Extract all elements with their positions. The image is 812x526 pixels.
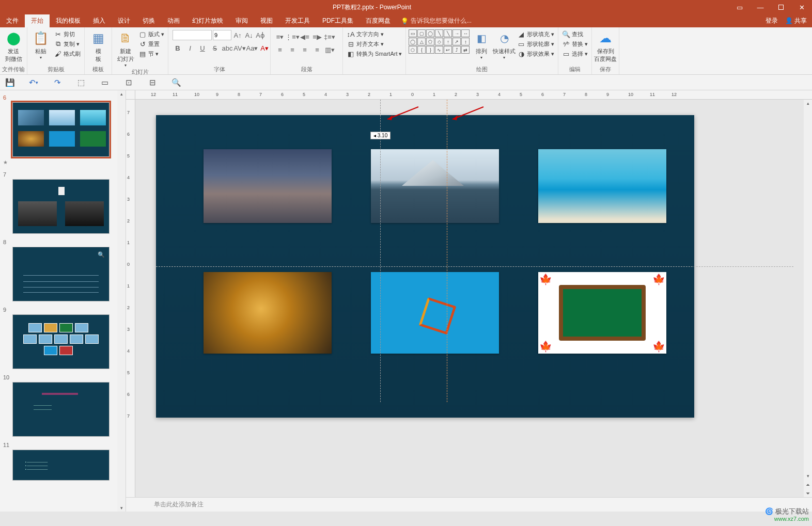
save-button[interactable]: 💾 <box>4 77 15 88</box>
section-button[interactable]: ▤节 ▾ <box>138 50 164 58</box>
scroll-down-icon[interactable]: ▾ <box>804 472 812 480</box>
tab-animations[interactable]: 动画 <box>161 14 186 27</box>
guide-line-horizontal[interactable] <box>156 266 793 267</box>
thumbnail-11[interactable]: 11 • ————————• ————————• ———————— <box>0 438 126 482</box>
shape-fill-button[interactable]: ◢形状填充 ▾ <box>517 30 554 38</box>
slide-image-leaf[interactable] <box>204 272 332 354</box>
slide-image-office-logo[interactable] <box>371 272 499 354</box>
tab-insert[interactable]: 插入 <box>87 14 112 27</box>
arrange-button[interactable]: ◧ 排列 ▾ <box>470 29 493 60</box>
format-painter-button[interactable]: 🖌格式刷 <box>54 50 81 58</box>
columns-button[interactable]: ▥▾ <box>324 44 335 55</box>
horizontal-ruler[interactable]: 1211109876543210123456789101112 <box>135 90 812 100</box>
slide-image-mountain[interactable] <box>371 149 499 223</box>
increase-font-icon[interactable]: A↑ <box>232 30 243 40</box>
vertical-ruler[interactable]: 765432101234567 <box>126 100 135 497</box>
shapes-gallery[interactable]: ▭▢◯╲╲→↔ ◯△⬠◇↑↗↕ ⬡{}∿↩⤴⇄ <box>408 29 470 54</box>
align-right-button[interactable]: ≡ <box>300 44 310 55</box>
cut-button[interactable]: ✂剪切 <box>54 30 81 38</box>
decrease-font-icon[interactable]: A↓ <box>244 30 254 40</box>
tab-view[interactable]: 视图 <box>254 14 279 27</box>
shape-outline-button[interactable]: ▭形状轮廓 ▾ <box>517 40 554 48</box>
justify-button[interactable]: ≡ <box>312 44 322 55</box>
guide-line-center[interactable] <box>447 100 447 402</box>
thumbnail-scrollbar[interactable]: ▴ ▾ <box>117 90 126 512</box>
share-button[interactable]: 👤 共享 <box>785 17 807 25</box>
change-case-button[interactable]: Aa▾ <box>247 43 257 53</box>
line-spacing-button[interactable]: ‡≡▾ <box>324 31 335 42</box>
scroll-up-icon[interactable]: ▴ <box>117 90 126 98</box>
templates-button[interactable]: ▦ 模 板 <box>87 29 110 63</box>
layout-button[interactable]: ▢版式 ▾ <box>138 30 164 38</box>
slide-image-cityscape[interactable] <box>204 149 332 223</box>
ribbon-options-icon[interactable]: ▭ <box>729 0 750 14</box>
thumbnail-9[interactable]: 9 <box>0 302 126 370</box>
indent-decrease-button[interactable]: ◀≡ <box>300 31 310 42</box>
align-left-button[interactable]: ≡ <box>275 44 285 55</box>
select-button[interactable]: ▭选择 ▾ <box>562 50 588 58</box>
font-size-select[interactable] <box>213 30 231 40</box>
font-color-button[interactable]: A▾ <box>259 43 270 53</box>
quick-styles-button[interactable]: ◔ 快速样式 ▾ <box>493 29 516 60</box>
next-slide-icon[interactable]: ⏷ <box>804 490 812 497</box>
tab-slideshow[interactable]: 幻灯片放映 <box>186 14 229 27</box>
tell-me[interactable]: 💡 告诉我您想要做什么... <box>397 14 760 27</box>
smartart-button[interactable]: ◧转换为 SmartArt ▾ <box>347 50 402 58</box>
strikethrough-button[interactable]: S̶ <box>210 43 220 53</box>
tab-file[interactable]: 文件 <box>0 14 25 27</box>
clear-format-icon[interactable]: Aϕ <box>255 30 266 40</box>
notes-pane[interactable]: 单击此处添加备注 <box>126 497 812 512</box>
thumbnail-7[interactable]: 7 <box>0 167 126 235</box>
save-to-netdisk-button[interactable]: ☁ 保存到 百度网盘 <box>594 29 617 63</box>
align-center-button[interactable]: ≡ <box>287 44 298 55</box>
italic-button[interactable]: I <box>185 43 195 53</box>
qat-icon-2[interactable]: ▭ <box>99 77 111 88</box>
undo-button[interactable]: ↶ ▾ <box>28 77 39 88</box>
tab-design[interactable]: 设计 <box>112 14 136 27</box>
underline-button[interactable]: U <box>197 43 208 53</box>
tab-my-templates[interactable]: 我的模板 <box>50 14 87 27</box>
qat-icon-4[interactable]: ⊟ <box>147 77 158 88</box>
paste-button[interactable]: 📋 粘贴 ▾ <box>29 29 52 60</box>
thumbnail-10[interactable]: 10 —————————————— <box>0 370 126 438</box>
slide-image-chalkboard[interactable]: 🍁 🍁 🍁 🍁 <box>538 272 666 354</box>
qat-icon-3[interactable]: ⊡ <box>123 77 134 88</box>
canvas-scrollbar[interactable]: ▴ ▾ ⏶ ⏷ <box>804 100 812 497</box>
qat-icon-1[interactable]: ⬚ <box>75 77 87 88</box>
text-direction-button[interactable]: ↕A文字方向 ▾ <box>347 30 402 38</box>
new-slide-button[interactable]: 🗎 新建 幻灯片 ▾ <box>114 29 137 68</box>
tab-review[interactable]: 审阅 <box>229 14 254 27</box>
indent-increase-button[interactable]: ≡▶ <box>312 31 322 42</box>
font-family-select[interactable] <box>173 30 212 40</box>
shape-effects-button[interactable]: ◑形状效果 ▾ <box>517 50 554 58</box>
find-button[interactable]: 🔍查找 <box>562 30 588 38</box>
tab-developer[interactable]: 开发工具 <box>279 14 316 27</box>
minimize-button[interactable]: — <box>750 0 771 14</box>
qat-icon-5[interactable]: 🔍 <box>170 77 182 88</box>
redo-button[interactable]: ↷ <box>52 77 63 88</box>
guide-line-vertical[interactable] <box>380 100 381 402</box>
bullets-button[interactable]: ≡▾ <box>275 31 285 42</box>
shadow-button[interactable]: abc <box>222 43 232 53</box>
slide-canvas[interactable]: 🍁 🍁 🍁 🍁 ◂ 3.10 <box>135 100 804 497</box>
replace-button[interactable]: ᵃ⁄ᵇ替换 ▾ <box>562 40 588 48</box>
tab-pdf-tools[interactable]: PDF工具集 <box>316 14 360 27</box>
login-button[interactable]: 登录 <box>766 17 778 25</box>
bold-button[interactable]: B <box>173 43 183 53</box>
tab-baidu-netdisk[interactable]: 百度网盘 <box>360 14 397 27</box>
send-to-wechat-button[interactable]: ⬤ 发送 到微信 <box>2 29 25 63</box>
tab-home[interactable]: 开始 <box>25 14 50 27</box>
close-button[interactable]: ✕ <box>791 0 812 14</box>
copy-button[interactable]: ⧉复制 ▾ <box>54 40 81 48</box>
numbering-button[interactable]: ⋮≡▾ <box>287 31 298 42</box>
maximize-button[interactable] <box>771 0 791 14</box>
tab-transitions[interactable]: 切换 <box>136 14 161 27</box>
char-spacing-button[interactable]: AV▾ <box>235 43 245 53</box>
slide-image-beach[interactable] <box>538 149 666 223</box>
prev-slide-icon[interactable]: ⏶ <box>804 481 812 488</box>
reset-button[interactable]: ↺重置 <box>138 40 164 48</box>
scroll-down-icon[interactable]: ▾ <box>117 504 126 512</box>
thumbnail-6[interactable]: 6 ★ <box>0 90 126 167</box>
scroll-up-icon[interactable]: ▴ <box>804 100 812 107</box>
thumbnail-8[interactable]: 8 🔍 <box>0 235 126 302</box>
